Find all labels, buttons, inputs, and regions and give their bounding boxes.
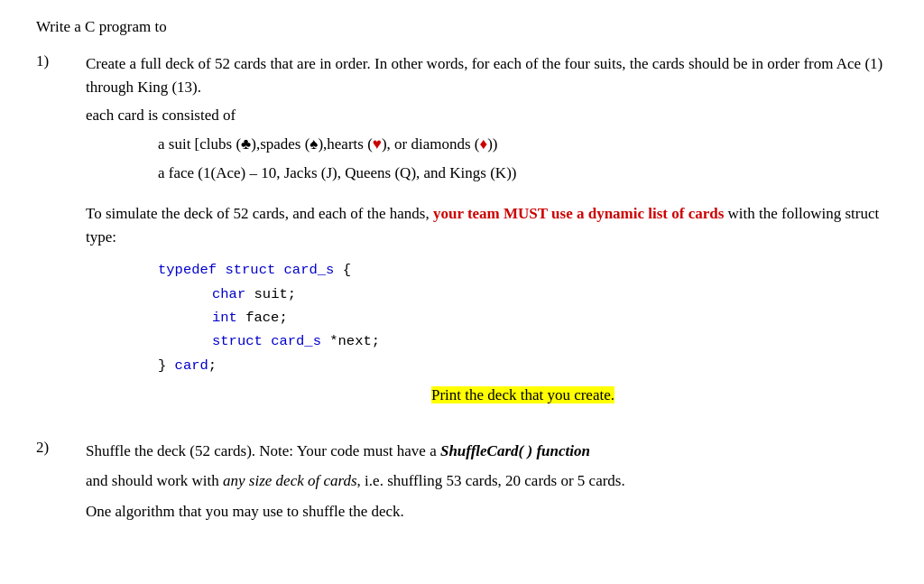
item2-para2: and should work with any size deck of ca… [86,468,888,493]
shuffle-func-bold: ShuffleCard( ) function [440,442,590,459]
int-type: int [212,310,237,326]
item1-para1: Create a full deck of 52 cards that are … [86,52,888,100]
open-brace: { [343,262,351,278]
code-line-2: char suit; [212,283,888,306]
code-line-5: } card; [158,354,888,377]
simulate-para: To simulate the deck of 52 cards, and ea… [86,202,888,250]
code-block: typedef struct card_s { char suit; int f… [158,258,888,377]
code-line-3: int face; [212,306,888,329]
list-number-1: 1) [36,52,86,70]
any-size-italic: any size deck of cards [223,472,357,489]
list-item-1: 1) Create a full deck of 52 cards that a… [36,52,888,419]
next-var: *next; [329,333,380,349]
close-brace: } [158,357,175,374]
item2-para1-prefix: Shuffle the deck (52 cards). Note: Your … [86,442,437,459]
print-label: Print the deck that you create. [431,386,614,403]
suit-var: suit; [254,286,297,302]
list-content-2: Shuffle the deck (52 cards). Note: Your … [86,439,888,529]
heart-symbol: ♥ [373,135,382,153]
struct-keyword-1: struct [225,262,275,278]
list-number-2: 2) [36,439,86,457]
diamond-symbol: ♦ [480,135,488,153]
item1-para2: each card is consisted of [86,104,888,127]
semi: ; [208,357,217,374]
simulate-red: your team MUST use a dynamic list of car… [433,205,724,222]
struct-keyword-2: struct [212,333,263,349]
print-line: Print the deck that you create. [158,386,888,404]
card-id: card [175,357,208,374]
item2-para3: One algorithm that you may use to shuffl… [86,499,888,524]
typedef-keyword: typedef [158,262,217,278]
intro-text: Write a C program to [36,18,888,36]
numbered-list: 1) Create a full deck of 52 cards that a… [36,52,888,529]
code-line-1: typedef struct card_s { [158,258,888,282]
list-content-1: Create a full deck of 52 cards that are … [86,52,888,419]
item2-para1: Shuffle the deck (52 cards). Note: Your … [86,439,888,463]
list-item-2: 2) Shuffle the deck (52 cards). Note: Yo… [36,439,888,529]
face-var: face; [245,310,288,326]
simulate-prefix: To simulate the deck of 52 cards, and ea… [86,205,430,222]
card-s-id-1: card_s [284,262,335,278]
item2-para2-prefix: and should work with [86,472,219,489]
suit-line: a suit [clubs (♣),spades (♠),hearts (♥),… [158,133,888,156]
char-type: char [212,286,245,302]
code-line-4: struct card_s *next; [212,329,888,353]
face-line: a face (1(Ace) – 10, Jacks (J), Queens (… [158,162,888,185]
card-s-id-2: card_s [271,333,321,349]
item2-para2-suffix: , i.e. shuffling 53 cards, 20 cards or 5… [357,472,625,489]
